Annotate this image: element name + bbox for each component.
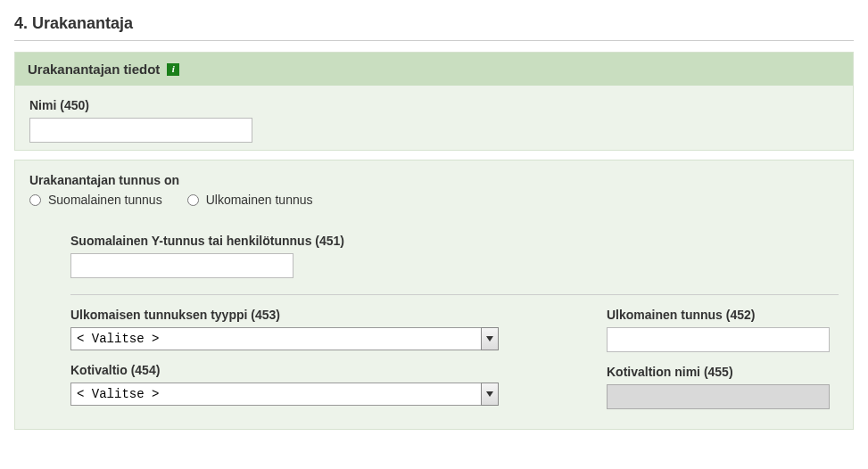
section-panel: Urakanantajan tiedot i Nimi (450) (14, 52, 854, 151)
home-country-name-label: Kotivaltion nimi (455) (607, 365, 839, 379)
radio-foreign-input[interactable] (187, 194, 199, 206)
fi-id-input[interactable] (70, 253, 293, 278)
page-title: 4. Urakanantaja (14, 14, 854, 33)
fi-id-label: Suomalainen Y-tunnus tai henkilötunnus (… (70, 234, 839, 248)
tunnus-group-label: Urakanantajan tunnus on (29, 173, 839, 187)
foreign-id-input[interactable] (607, 327, 830, 352)
section-header-text: Urakanantajan tiedot (28, 62, 160, 77)
radio-foreign-label: Ulkomainen tunnus (206, 193, 313, 207)
name-input[interactable] (29, 118, 252, 143)
home-country-name-input (607, 384, 830, 409)
name-label: Nimi (450) (29, 98, 839, 112)
info-icon[interactable]: i (167, 63, 179, 76)
section-panel-tunnus: Urakanantajan tunnus on Suomalainen tunn… (14, 160, 854, 430)
home-country-label: Kotivaltio (454) (70, 363, 553, 377)
radio-group: Suomalainen tunnus Ulkomainen tunnus (29, 193, 839, 207)
home-country-select-wrap[interactable] (70, 383, 499, 406)
radio-fi-input[interactable] (29, 194, 41, 206)
foreign-type-label: Ulkomaisen tunnuksen tyyppi (453) (70, 308, 553, 322)
radio-fi-label: Suomalainen tunnus (48, 193, 162, 207)
radio-item-foreign[interactable]: Ulkomainen tunnus (187, 193, 313, 207)
form-body-name: Nimi (450) (15, 86, 853, 150)
foreign-type-select-wrap[interactable] (70, 327, 499, 350)
home-country-select[interactable] (70, 383, 499, 406)
foreign-id-label: Ulkomainen tunnus (452) (607, 308, 839, 322)
section-header: Urakanantajan tiedot i (15, 53, 853, 86)
form-body-tunnus: Urakanantajan tunnus on Suomalainen tunn… (15, 160, 853, 429)
indent-block: Suomalainen Y-tunnus tai henkilötunnus (… (70, 234, 839, 422)
foreign-type-select[interactable] (70, 327, 499, 350)
radio-item-fi[interactable]: Suomalainen tunnus (29, 193, 162, 207)
sub-divider-1 (70, 294, 839, 295)
title-divider (14, 40, 854, 41)
